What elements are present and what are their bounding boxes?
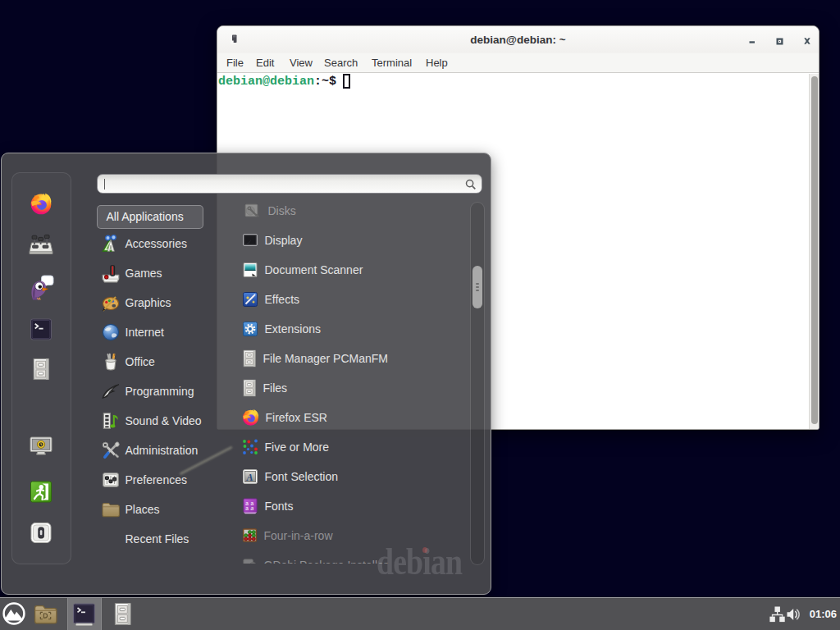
svg-text:a: a	[250, 505, 253, 511]
svg-text:A: A	[245, 471, 253, 482]
svg-text:a: a	[245, 505, 249, 511]
